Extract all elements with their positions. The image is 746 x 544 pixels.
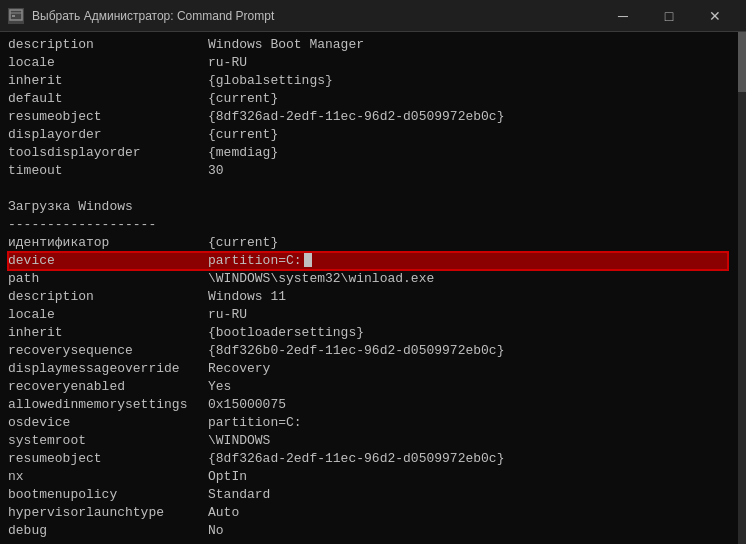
svg-rect-2 — [12, 15, 15, 17]
line-value: \WINDOWS — [208, 432, 270, 450]
line-key: description — [8, 288, 208, 306]
terminal-content: descriptionWindows Boot Managerlocaleru-… — [8, 36, 738, 544]
terminal-line: systemroot\WINDOWS — [8, 432, 728, 450]
line-key: locale — [8, 54, 208, 72]
line-value: ru-RU — [208, 54, 247, 72]
line-key: идентификатор — [8, 234, 208, 252]
line-value: {memdiag} — [208, 144, 278, 162]
terminal-line: идентификатор{current} — [8, 234, 728, 252]
line-key: osdevice — [8, 414, 208, 432]
line-value: partition=C: — [208, 414, 302, 432]
terminal-cursor — [304, 252, 312, 267]
line-value: {bootloadersettings} — [208, 324, 364, 342]
line-key: recoverysequence — [8, 342, 208, 360]
line-value: {8df326ad-2edf-11ec-96d2-d0509972eb0c} — [208, 108, 504, 126]
line-value: ru-RU — [208, 306, 247, 324]
line-value: Recovery — [208, 360, 270, 378]
terminal-line: debugNo — [8, 522, 728, 540]
window-title: Выбрать Администратор: Command Prompt — [32, 9, 600, 23]
terminal-line: ------------------- — [8, 216, 728, 234]
line-value: Standard — [208, 486, 270, 504]
terminal-line: default{current} — [8, 90, 728, 108]
line-key: allowedinmemorysettings — [8, 396, 208, 414]
line-key: inherit — [8, 324, 208, 342]
line-key: resumeobject — [8, 450, 208, 468]
line-value: No — [208, 522, 224, 540]
section-label: Загрузка Windows — [8, 198, 133, 216]
line-key: bootmenupolicy — [8, 486, 208, 504]
line-value: 0x15000075 — [208, 396, 286, 414]
terminal-line: allowedinmemorysettings0x15000075 — [8, 396, 728, 414]
line-key: locale — [8, 306, 208, 324]
line-key: displaymessageoverride — [8, 360, 208, 378]
terminal-line: localeru-RU — [8, 54, 728, 72]
line-key: description — [8, 36, 208, 54]
line-key: nx — [8, 468, 208, 486]
terminal-line: resumeobject{8df326ad-2edf-11ec-96d2-d05… — [8, 450, 728, 468]
line-value: Windows Boot Manager — [208, 36, 364, 54]
terminal-line: bootmenupolicyStandard — [8, 486, 728, 504]
terminal-window: Выбрать Администратор: Command Prompt ─ … — [0, 0, 746, 544]
minimize-button[interactable]: ─ — [600, 0, 646, 32]
terminal-line: timeout30 — [8, 162, 728, 180]
terminal-line: path\WINDOWS\system32\winload.exe — [8, 270, 728, 288]
line-value: 30 — [208, 162, 224, 180]
svg-rect-0 — [10, 10, 22, 20]
line-key: systemroot — [8, 432, 208, 450]
terminal-line: displayorder{current} — [8, 126, 728, 144]
terminal-line — [8, 180, 728, 198]
line-key: timeout — [8, 162, 208, 180]
terminal-line: inherit{globalsettings} — [8, 72, 728, 90]
line-key: recoveryenabled — [8, 378, 208, 396]
terminal-line: nxOptIn — [8, 468, 728, 486]
terminal-line: resumeobject{8df326ad-2edf-11ec-96d2-d05… — [8, 108, 728, 126]
line-value: {current} — [208, 126, 278, 144]
line-value: Auto — [208, 504, 239, 522]
line-key: displayorder — [8, 126, 208, 144]
scrollbar[interactable] — [738, 32, 746, 544]
terminal-line: recoverysequence{8df326b0-2edf-11ec-96d2… — [8, 342, 728, 360]
terminal-line: descriptionWindows Boot Manager — [8, 36, 728, 54]
line-value: \WINDOWS\system32\winload.exe — [208, 270, 434, 288]
line-value: {current} — [208, 90, 278, 108]
terminal-line: recoveryenabledYes — [8, 378, 728, 396]
terminal-line: inherit{bootloadersettings} — [8, 324, 728, 342]
terminal-line: descriptionWindows 11 — [8, 288, 728, 306]
empty-line — [8, 540, 728, 544]
window-controls: ─ □ ✕ — [600, 0, 738, 32]
line-value: Yes — [208, 378, 231, 396]
terminal-line: osdevicepartition=C: — [8, 414, 728, 432]
terminal-line: toolsdisplayorder{memdiag} — [8, 144, 728, 162]
line-value: OptIn — [208, 468, 247, 486]
line-value: {8df326ad-2edf-11ec-96d2-d0509972eb0c} — [208, 450, 504, 468]
line-key: device — [8, 252, 208, 270]
line-value: partition=C: — [208, 252, 302, 270]
terminal-line: Загрузка Windows — [8, 198, 728, 216]
line-key: resumeobject — [8, 108, 208, 126]
terminal-line: hypervisorlaunchtypeAuto — [8, 504, 728, 522]
line-value: {globalsettings} — [208, 72, 333, 90]
terminal-line: devicepartition=C: — [8, 252, 728, 270]
close-button[interactable]: ✕ — [692, 0, 738, 32]
line-key: toolsdisplayorder — [8, 144, 208, 162]
scrollbar-thumb[interactable] — [738, 32, 746, 92]
line-value: {8df326b0-2edf-11ec-96d2-d0509972eb0c} — [208, 342, 504, 360]
terminal-line: localeru-RU — [8, 306, 728, 324]
terminal-body[interactable]: descriptionWindows Boot Managerlocaleru-… — [0, 32, 746, 544]
line-value: Windows 11 — [208, 288, 286, 306]
maximize-button[interactable]: □ — [646, 0, 692, 32]
line-key: inherit — [8, 72, 208, 90]
line-key: debug — [8, 522, 208, 540]
terminal-line: displaymessageoverrideRecovery — [8, 360, 728, 378]
title-bar: Выбрать Администратор: Command Prompt ─ … — [0, 0, 746, 32]
line-key: default — [8, 90, 208, 108]
line-value: {current} — [208, 234, 278, 252]
separator-line: ------------------- — [8, 216, 156, 234]
line-key: path — [8, 270, 208, 288]
line-key: hypervisorlaunchtype — [8, 504, 208, 522]
window-icon — [8, 8, 24, 24]
